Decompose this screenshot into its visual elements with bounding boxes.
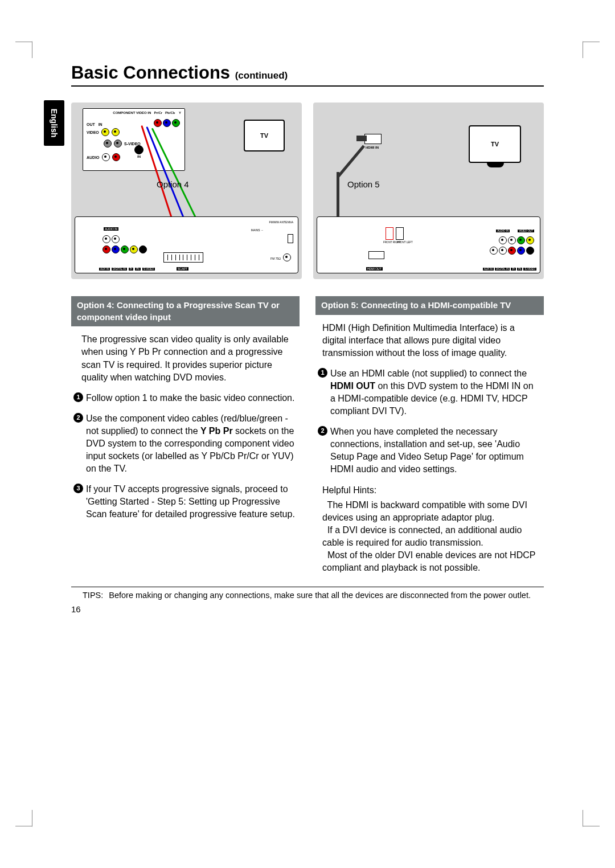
tips-footer: TIPS: Before making or changing any conn… [71,587,544,600]
jack-video-in-icon [112,128,120,136]
option-4-heading: Option 4: Connecting to a Progressive Sc… [71,296,300,326]
title-continued: (continued) [235,70,288,81]
label-in: IN [99,122,102,126]
bp-label-fm: FM 75Ω [270,257,281,260]
r-jack-2-icon [508,236,516,244]
r-label-pb: Pb [517,268,523,271]
r-jack-pr-icon [508,247,516,255]
option-5-intro: HDMI (High Definition Multimedia Interfa… [315,320,544,367]
bp-jack-cvbs-icon [130,245,138,253]
r-label-svideo: S-VIDEO [523,268,536,271]
tv-back-panel: COMPONENT VIDEO IN Pr/Cr Pb/Cb Y OUT IN [83,108,185,171]
hints-heading: Helpful Hints: [315,484,544,497]
language-tab: English [44,100,64,146]
r-jack-3-icon [490,247,498,255]
step-number-icon: 1 [318,368,327,378]
r-jack-cvbs-icon [526,236,534,244]
bp-jack-2-icon [112,235,120,243]
hdmi-out-port-icon [368,251,384,259]
hint-1: The HDMI is backward compatible with som… [322,500,527,522]
speaker-block-l-icon [396,227,404,240]
label-svideo-in: IN [134,155,144,158]
title-main: Basic Connections [71,63,230,83]
r-jack-y-icon [517,236,525,244]
bp-jack-y-icon [121,245,129,253]
bp-jack-pb-icon [112,245,120,253]
dvd-back-panel-left: FM/MW ANTENNA AUDIO IN MAINS ～ AUX IN DI… [75,216,298,273]
r-label-auxin: AUX IN [483,268,494,271]
jack-audio-l-icon [102,153,110,161]
hdmi-plug-top-icon [356,136,367,141]
step-2-text: When you have completed the necessary co… [330,427,524,474]
tv-label: TV [260,132,268,139]
r-label-pr: Pr [511,268,516,271]
step-1-text: Follow option 1 to make the basic video … [86,393,294,403]
r-jack-4-icon [499,247,507,255]
r-jack-pb-icon [517,247,525,255]
diagram-option-5: TV HDMI IN Option 5 FRONT RIGHT FRONT LE… [313,103,544,279]
jack-audio-r-icon [112,153,120,161]
option-4-label: Option 4 [157,179,189,189]
diagrams-row: COMPONENT VIDEO IN Pr/Cr Pb/Cb Y OUT IN [71,103,544,279]
page-content: Basic Connections (continued) English CO… [71,63,544,811]
r-jack-1-icon [499,236,507,244]
speaker-block-r-icon [386,227,393,240]
crop-mark-tr [566,41,583,58]
label-mains: MAINS ～ [251,228,264,232]
hints-block: The HDMI is backward compatible with som… [315,499,544,574]
tv-stand-icon [487,163,504,167]
bp-label-digin: DIGITAL IN [112,268,127,271]
label-prcr: Pr/Cr [154,111,162,114]
dvd-back-panel-right: FRONT RIGHT FRONT LEFT HDMI OUT AUDIO IN… [317,216,540,273]
option-4-step-1: 1 Follow option 1 to make the basic vide… [71,392,300,412]
page-number: 16 [71,604,544,614]
crop-mark-bl [32,810,49,827]
hdmi-cable-seg1-icon [337,145,365,178]
label-fm-ant: FM/MW ANTENNA [269,220,294,224]
hint-2: If a DVI device is connected, an additio… [322,525,522,547]
left-column: Option 4: Connecting to a Progressive Sc… [71,296,300,574]
option-5-heading: Option 5: Connecting to a HDMI-compatibl… [315,296,544,315]
bp-label-auxin: AUX IN [99,268,110,271]
right-column: Option 5: Connecting to a HDMI-compatibl… [315,296,544,574]
tv-screen-icon-5: TV [469,125,521,163]
option-5-step-1: 1 Use an HDMI cable (not supplied) to co… [315,367,544,425]
bp-mw-ant-icon [288,234,293,243]
tips-text: Before making or changing any connection… [109,591,531,600]
label-pbcb: Pb/Cb [165,111,175,114]
hint-3: Most of the older DVI enable devices are… [322,550,535,572]
bp-jack-svideo-icon [139,245,147,253]
bp-jack-1-icon [102,235,110,243]
label-out: OUT [87,122,95,126]
content-columns: Option 4: Connecting to a Progressive Sc… [71,296,544,574]
option-5-label: Option 5 [347,179,380,189]
step-number-icon: 1 [73,392,83,402]
label-front-l: FRONT LEFT [397,241,413,244]
step-2-bold: Y Pb Pr [200,426,233,436]
r-label-audio-in: AUDIO IN [496,230,510,232]
jack-pb-icon [163,119,171,127]
jack-video-out-icon [101,128,109,136]
jack-extra-1-icon [104,140,112,148]
option-4-step-2: 2 Use the component video cables (red/bl… [71,412,300,483]
bp-label-scart: SCART [177,267,188,271]
tv-screen-icon: TV [244,120,285,152]
crop-mark-tl [32,41,49,58]
tv-label-5: TV [491,141,499,148]
step-3-text: If your TV accepts progressive signals, … [86,484,295,519]
label-audio-in: AUDIO IN [104,227,118,231]
r-label-video-out: VIDEO OUT [518,230,534,232]
bp-label-svideo: S-VIDEO [142,268,155,271]
label-audio: AUDIO [87,155,100,159]
hdmi-in-port-icon [364,134,382,144]
r-jack-sv-icon [526,247,534,255]
step-1-bold: HDMI OUT [330,381,375,391]
r-label-digin: DIGITAL IN [495,268,510,271]
label-component: COMPONENT VIDEO IN [113,111,151,114]
jack-pr-icon [154,119,162,127]
scart-port-icon [163,252,203,263]
jack-y-icon [172,119,180,127]
crop-mark-br [566,810,583,827]
option-4-step-3: 3 If your TV accepts progressive signals… [71,483,300,529]
jack-extra-2-icon [114,140,122,148]
